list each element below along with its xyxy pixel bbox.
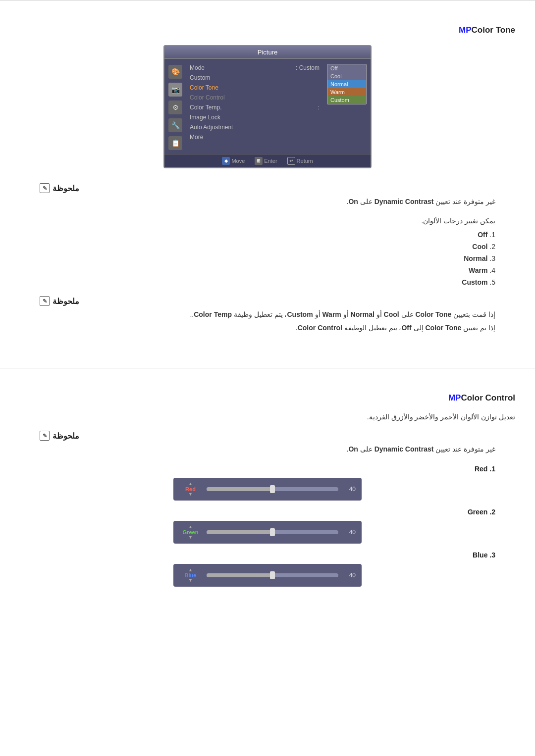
note-2: ملحوظة ✎ إذا قمت بتعيين Color Tone على C…: [40, 296, 495, 333]
color-blue-number: Blue .3: [40, 551, 495, 559]
slider-green-value: 40: [343, 529, 356, 536]
note-3-title: ملحوظة ✎: [40, 431, 495, 441]
osd-option-normal: Normal: [327, 80, 366, 88]
osd-return-label: Return: [297, 158, 313, 164]
top-separator: [0, 0, 535, 0]
osd-colortemp-label: Color Temp.: [190, 104, 221, 111]
osd-move-btn: ◆ Move: [222, 157, 245, 165]
osd-imagelock-label: Image Lock: [190, 114, 220, 121]
mp-prefix-1: MP: [459, 25, 472, 35]
osd-more-label: More: [190, 134, 203, 141]
option-warm: Warm .4: [40, 266, 495, 274]
color-control-desc: تعديل توازن الألوان الأحمر والأخضر والأز…: [20, 413, 515, 421]
osd-item-mode: Mode : Custom: [187, 63, 322, 73]
osd-item-colortemp: Color Temp. :: [187, 102, 322, 112]
osd-body: 🎨 📷 ⚙ 🔧 📋 Mode : Custom Custom Color Ton…: [164, 59, 371, 154]
osd-title: Picture: [164, 46, 371, 59]
color-tone-title: MPColor Tone: [20, 25, 515, 35]
note-3-icon: ✎: [40, 431, 50, 441]
osd-colortemp-value: :: [318, 104, 320, 111]
osd-move-icon: ◆: [222, 157, 230, 165]
slider-green-thumb: [270, 528, 275, 536]
slider-green-label: ▲ Green ▼: [179, 525, 202, 540]
slider-green-name: Green: [183, 529, 199, 535]
option-normal: Normal .3: [40, 254, 495, 262]
osd-mode-label: Mode: [190, 64, 205, 71]
osd-colorcontrol-label: Color Control: [190, 94, 225, 101]
osd-item-custom: Custom: [187, 73, 322, 83]
slider-blue-up: ▲: [188, 568, 193, 572]
mp-prefix-2: MP: [448, 393, 461, 403]
osd-icon-2: 📷: [168, 83, 182, 97]
color-control-title-text: Color Control: [461, 393, 515, 403]
section-divider: [0, 368, 535, 368]
osd-enter-icon: ⊞: [255, 157, 263, 165]
slider-red-down: ▼: [188, 492, 193, 497]
color-tone-title-text: Color Tone: [472, 25, 515, 35]
note-1-label: ملحوظة: [53, 184, 79, 193]
note-2-icon: ✎: [40, 296, 50, 306]
note-3-text: غير متوفرة عند تعيين Dynamic Contrast عل…: [40, 444, 495, 454]
option-custom: Custom .5: [40, 278, 495, 286]
osd-return-icon: ↩: [287, 157, 295, 165]
slider-red-label: ▲ Red ▼: [179, 482, 202, 497]
note-3: ملحوظة ✎ غير متوفرة عند تعيين Dynamic Co…: [40, 431, 495, 454]
osd-item-autoadj: Auto Adjustment: [187, 122, 322, 132]
osd-icon-4: 🔧: [168, 118, 182, 132]
slider-blue-name: Blue: [185, 572, 197, 578]
slider-red-value: 40: [343, 486, 356, 493]
color-control-title: MPColor Control: [20, 393, 515, 403]
color-green-number: Green .2: [40, 508, 495, 516]
slider-blue-fill: [207, 573, 272, 577]
osd-item-imagelock: Image Lock: [187, 112, 322, 122]
slider-red-track: [207, 487, 338, 491]
slider-green-up: ▲: [188, 525, 193, 529]
slider-blue-value: 40: [343, 572, 356, 579]
osd-mode-value: : Custom: [296, 64, 320, 71]
note-1: ملحوظة ✎ غير متوفرة عند تعيين Dynamic Co…: [40, 183, 495, 207]
slider-green-fill: [207, 530, 272, 534]
note-3-label: ملحوظة: [53, 431, 79, 441]
osd-custom-label: Custom: [190, 74, 210, 81]
slider-green: ▲ Green ▼ 40: [173, 521, 362, 544]
slider-red-name: Red: [185, 486, 196, 492]
slider-blue-track: [207, 573, 338, 577]
osd-option-cool: Cool: [327, 72, 366, 80]
osd-option-off: Off: [327, 64, 366, 72]
note-1-text: غير متوفرة عند تعيين Dynamic Contrast عل…: [40, 196, 495, 207]
osd-footer: ◆ Move ⊞ Enter ↩ Return: [164, 154, 371, 167]
option-off: Off .1: [40, 231, 495, 239]
slider-red-thumb: [270, 485, 275, 493]
osd-icon-5: 📋: [168, 136, 182, 150]
slider-red: ▲ Red ▼ 40: [173, 478, 362, 501]
osd-item-colorcontrol: Color Control: [187, 93, 322, 102]
note-1-title: ملحوظة ✎: [40, 183, 495, 193]
slider-green-track: [207, 530, 338, 534]
note-2-text-2: إذا تم تعيين Color Tone إلى Off، يتم تعط…: [40, 322, 495, 333]
slider-green-down: ▼: [188, 535, 193, 540]
osd-item-colortone: Color Tone: [187, 83, 322, 93]
osd-option-warm: Warm: [327, 88, 366, 96]
osd-icons: 🎨 📷 ⚙ 🔧 📋: [168, 63, 182, 150]
osd-colortone-label: Color Tone: [190, 84, 218, 91]
slider-red-fill: [207, 487, 272, 491]
osd-menu-list: Mode : Custom Custom Color Tone Color Co…: [187, 63, 322, 150]
osd-icon-3: ⚙: [168, 101, 182, 114]
options-intro: يمكن تغيير درجات الألوان.: [40, 217, 495, 225]
option-cool: Cool .2: [40, 243, 495, 251]
note-1-icon: ✎: [40, 183, 50, 193]
osd-dropdown: Off Cool Normal Warm Custom: [327, 64, 367, 150]
options-list: يمكن تغيير درجات الألوان. Off .1 Cool .2…: [40, 217, 495, 286]
osd-option-custom: Custom: [327, 96, 366, 104]
osd-menu: Picture 🎨 📷 ⚙ 🔧 📋 Mode : Custom Custom: [163, 45, 372, 168]
section-color-tone: MPColor Tone Picture 🎨 📷 ⚙ 🔧 📋 Mode : Cu…: [0, 15, 535, 353]
note-2-label: ملحوظة: [53, 297, 79, 306]
osd-return-btn: ↩ Return: [287, 157, 313, 165]
slider-blue-thumb: [270, 571, 275, 579]
osd-dropdown-box: Off Cool Normal Warm Custom: [327, 64, 367, 104]
osd-move-label: Move: [231, 158, 245, 164]
section-color-control: MPColor Control تعديل توازن الألوان الأح…: [0, 383, 535, 601]
osd-icon-1: 🎨: [168, 65, 182, 79]
slider-red-up: ▲: [188, 482, 193, 486]
osd-enter-btn: ⊞ Enter: [255, 157, 277, 165]
